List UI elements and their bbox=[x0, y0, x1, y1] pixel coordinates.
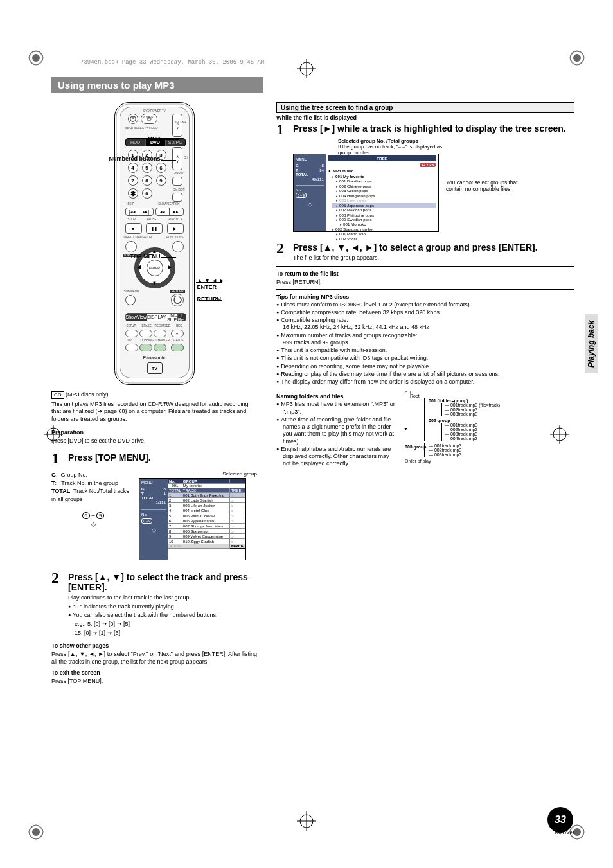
cm-skip-button[interactable] bbox=[172, 193, 182, 202]
r-step-2-sub: The file list for the group appears. bbox=[293, 254, 574, 261]
show-pages-text: Press [▲, ▼, ◄, ►] to select "Prev." or … bbox=[51, 651, 257, 666]
tv-logo-icon: TV bbox=[147, 362, 163, 374]
volume-label: VOLUME bbox=[174, 121, 186, 124]
rec-button[interactable]: ● bbox=[171, 330, 184, 337]
slow-label: SLOW/SEARCH bbox=[158, 202, 179, 206]
display-button[interactable]: DISPLAY bbox=[147, 314, 166, 321]
play-button[interactable]: ▶ bbox=[167, 223, 184, 234]
callout-line bbox=[199, 300, 222, 301]
functions-label: FUNCTIONS bbox=[166, 236, 183, 239]
step-2-a: Play continues to the last track in the … bbox=[68, 594, 257, 601]
return-label: RETURN bbox=[170, 290, 185, 293]
tree-callout: You cannot select groups that contain no… bbox=[446, 179, 529, 192]
pause-button[interactable]: ❚❚ bbox=[146, 223, 163, 234]
setup-label: SETUP bbox=[127, 324, 136, 328]
r-step-2-title: Press [▲, ▼, ◄, ►] to select a group and… bbox=[293, 242, 574, 252]
show-pages-heading: To show other pages bbox=[51, 642, 257, 649]
rec-label: REC bbox=[176, 324, 182, 328]
callout-line bbox=[161, 160, 176, 161]
showview-button[interactable]: ShowView bbox=[126, 314, 147, 321]
info-label: Info bbox=[128, 339, 133, 342]
svg-point-5 bbox=[573, 54, 581, 62]
skip-label: SKIP bbox=[128, 202, 134, 206]
power-label: POWER bbox=[143, 116, 154, 119]
timeslip-button[interactable]: TIME SLIP bbox=[166, 314, 177, 321]
cd-intro: CD (MP3 discs only) bbox=[51, 391, 257, 399]
right-arrow-icon[interactable]: ▶ bbox=[168, 264, 172, 270]
info-button[interactable] bbox=[125, 344, 138, 351]
while-label: While the file list is displayed bbox=[276, 114, 574, 121]
num-8-button[interactable]: 8 bbox=[142, 175, 152, 186]
crosshair-icon bbox=[44, 425, 63, 444]
reg-mark-icon bbox=[569, 50, 585, 66]
skip-bar[interactable]: |◂◂▸▸| bbox=[125, 208, 154, 216]
dubbing-button[interactable] bbox=[139, 344, 152, 351]
preparation-text: Press [DVD] to select the DVD drive. bbox=[51, 438, 257, 445]
down-arrow-icon[interactable]: ▼ bbox=[152, 280, 157, 286]
num-5-button[interactable]: 5 bbox=[142, 163, 152, 173]
erase-label: ERASE bbox=[142, 324, 152, 328]
r-step-2-number: 2 bbox=[276, 240, 293, 257]
status-button[interactable] bbox=[171, 344, 184, 351]
enter-button[interactable]: ENTER bbox=[147, 260, 163, 276]
cd-badge: CD bbox=[51, 391, 64, 399]
tips-list: Discs must conform to ISO9660 level 1 or… bbox=[276, 301, 574, 386]
stop-button[interactable]: ■ bbox=[125, 223, 142, 234]
dvd-power-button[interactable] bbox=[128, 114, 138, 124]
showview-bar[interactable]: ShowView DISPLAY TIME SLIP F Rec bbox=[125, 313, 186, 321]
sub-menu-label: SUB MENU bbox=[124, 290, 139, 293]
asterisk-button[interactable]: ✱ bbox=[128, 188, 138, 199]
dubbing-label: DUBBING bbox=[141, 339, 154, 342]
section-tab: Playing back bbox=[585, 314, 598, 373]
reg-mark-icon bbox=[28, 824, 44, 840]
chapter-label: CHAPTER bbox=[156, 339, 170, 342]
legend-t: T: Track No. in the group bbox=[51, 479, 135, 488]
stop-label: STOP bbox=[128, 218, 136, 221]
recmode-button[interactable] bbox=[154, 330, 166, 337]
return-button[interactable] bbox=[171, 294, 184, 306]
exit-text: Press [TOP MENU]. bbox=[51, 678, 257, 685]
chapter-button[interactable] bbox=[154, 344, 166, 351]
volume-rocker[interactable]: ∧∨ bbox=[172, 114, 182, 137]
direct-nav-label: DIRECT NAVIGATOR bbox=[124, 236, 152, 239]
play-label: PLAY/x1.3 bbox=[169, 218, 182, 221]
num-7-button[interactable]: 7 bbox=[128, 175, 138, 186]
recmode-label: REC MODE bbox=[155, 324, 170, 328]
callout-topmenu: TOP MENU bbox=[105, 253, 161, 260]
legend-total: TOTAL: Track No./Total tracks in all gro… bbox=[51, 487, 135, 503]
input-select-label: INPUT SELECT bbox=[125, 127, 146, 130]
step-2-number: 2 bbox=[51, 569, 68, 587]
page-number-badge: 33 bbox=[547, 807, 573, 833]
num-9-button[interactable]: 9 bbox=[156, 175, 166, 186]
print-header: 7394en.book Page 33 Wednesday, March 30,… bbox=[80, 59, 264, 66]
cm-skip-label: CM SKIP bbox=[173, 188, 185, 191]
callout-dvd: DVD bbox=[105, 136, 161, 142]
callout-line bbox=[161, 257, 176, 258]
tree-list: 001 My favorite 001 Brazilian pops 002 C… bbox=[328, 174, 436, 241]
setup-button[interactable] bbox=[125, 330, 138, 337]
sub-menu-button[interactable] bbox=[125, 295, 136, 305]
down-arrow-icon: ▼ bbox=[404, 427, 408, 431]
tv-video-label: TV/VIDEO bbox=[145, 127, 158, 130]
return-heading: To return to the file list bbox=[276, 270, 574, 277]
left-arrow-icon[interactable]: ◀ bbox=[137, 264, 141, 270]
tree-screen: MENU G8 T14 TOTAL 40/111 No. 0 – 9 ◇ TRE… bbox=[293, 154, 439, 232]
ch-rocker[interactable]: ∧∨ bbox=[172, 147, 182, 170]
status-label: STATUS bbox=[172, 339, 183, 342]
num-0-button[interactable]: 0 bbox=[142, 188, 152, 199]
naming-heading: Naming folders and files bbox=[276, 393, 398, 400]
callout-numbered: Numbered buttons bbox=[105, 156, 161, 163]
frec-button[interactable]: F Rec bbox=[177, 314, 186, 321]
step-1-number: 1 bbox=[51, 450, 68, 467]
num-6-button[interactable]: 6 bbox=[156, 163, 166, 173]
dpad-icon: ◇ bbox=[51, 521, 135, 527]
num-4-button[interactable]: 4 bbox=[128, 163, 138, 173]
svg-point-8 bbox=[32, 828, 40, 836]
step-2-eg2: 15: [0] ➔ [1] ➔ [5] bbox=[75, 630, 257, 637]
folder-diagram: e.g., Root 001 (folder=group) — 001track… bbox=[405, 389, 574, 468]
nine-key-icon: 9 bbox=[96, 512, 104, 519]
erase-button[interactable] bbox=[139, 330, 152, 337]
menu-screen: MENU G 8 T 1 TOTAL 1/111 No. 0 – 9 ◇ No.… bbox=[139, 478, 246, 560]
audio-button[interactable] bbox=[172, 177, 182, 186]
search-bar[interactable]: ◂◂▸▸ bbox=[155, 208, 184, 216]
